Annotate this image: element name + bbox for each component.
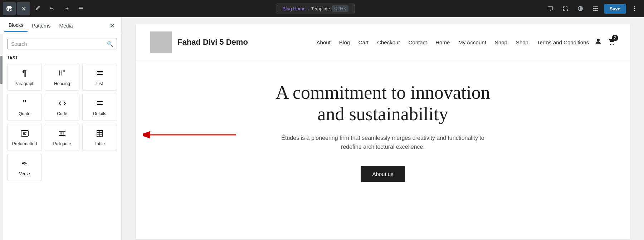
hero-about-us-button[interactable]: About us [361,166,405,182]
wp-logo-button[interactable] [3,2,16,15]
block-grid: ¶ Paragraph Heading [7,64,117,181]
svg-rect-5 [59,131,65,132]
block-item-preformatted[interactable]: Preformatted [7,124,42,151]
block-label-table: Table [94,141,105,146]
block-label-details: Details [93,111,106,116]
desktop-icon [547,5,553,12]
code-icon [57,98,67,108]
block-item-pullquote[interactable]: Pullquote [45,124,79,151]
toolbar-right: Save [544,2,641,15]
heading-icon [57,68,67,78]
block-label-pullquote: Pullquote [53,141,71,146]
block-item-list[interactable]: List [82,64,117,91]
breadcrumb[interactable]: Blog Home · Template Ctrl+K [277,3,355,14]
top-toolbar: ✕ Blog Home · Template Ctrl+K [0,0,644,17]
block-item-quote[interactable]: " Quote [7,94,42,121]
block-label-heading: Heading [54,81,70,86]
breadcrumb-page: Template [311,6,330,11]
nav-shop-2[interactable]: Shop [516,39,528,45]
main-area: Blocks Patterns Media ✕ 🔍 TEXT ¶ Paragr [0,17,644,240]
tab-patterns[interactable]: Patterns [28,20,55,31]
hero-section: A commitment to innovation and sustainab… [136,60,630,211]
block-label-verse: Verse [19,171,30,176]
pencil-icon [35,5,41,12]
hero-title: A commitment to innovation and sustainab… [275,82,490,125]
page-wrapper: Fahad Divi 5 Demo About Blog Cart Checko… [136,24,630,239]
search-icon: 🔍 [107,41,113,47]
tab-blocks[interactable]: Blocks [4,19,28,32]
quote-icon: " [20,98,30,108]
hero-description: Études is a pioneering firm that seamles… [275,133,490,152]
canvas: Fahad Divi 5 Demo About Blog Cart Checko… [122,17,644,240]
block-item-table[interactable]: Table [82,124,117,151]
settings-panel-button[interactable] [589,2,602,15]
nav-shop-1[interactable]: Shop [495,39,507,45]
block-label-quote: Quote [19,111,30,116]
contrast-icon [577,5,584,12]
sidebar-close-button[interactable]: ✕ [107,21,117,31]
hero-content: A commitment to innovation and sustainab… [275,82,490,182]
breadcrumb-link[interactable]: Blog Home [283,6,306,11]
svg-point-0 [634,6,635,8]
pullquote-icon [57,128,67,138]
fullscreen-icon [562,5,569,12]
sidebar-scrollbar[interactable] [0,34,3,240]
tab-media[interactable]: Media [55,20,77,31]
fullscreen-button[interactable] [559,2,572,15]
desktop-view-button[interactable] [544,2,557,15]
svg-point-1 [634,8,635,9]
redo-icon [63,5,70,12]
svg-point-2 [634,10,635,11]
block-item-code[interactable]: Code [45,94,79,121]
nav-contact[interactable]: Contact [409,39,427,45]
sidebar-content: 🔍 TEXT ¶ Paragraph Heading [3,34,121,240]
paragraph-icon: ¶ [20,68,30,78]
nav-cart[interactable]: Cart [358,39,369,45]
contrast-button[interactable] [574,2,587,15]
preformatted-icon [20,128,30,138]
wp-icon [6,5,13,12]
nav-terms[interactable]: Terms and Conditions [537,39,589,45]
svg-rect-6 [59,135,65,136]
redo-button[interactable] [60,2,73,15]
nav-home[interactable]: Home [435,39,450,45]
sidebar: Blocks Patterns Media ✕ 🔍 TEXT ¶ Paragr [0,17,122,240]
nav-checkout[interactable]: Checkout [377,39,400,45]
site-header: Fahad Divi 5 Demo About Blog Cart Checko… [136,24,630,60]
nav-my-account[interactable]: My Account [458,39,486,45]
undo-icon [49,5,55,12]
site-logo-area: Fahad Divi 5 Demo [150,31,248,53]
list-icon [95,68,105,78]
cart-icon[interactable]: 2 [608,38,615,47]
site-nav: About Blog Cart Checkout Contact Home My… [317,39,589,45]
list-view-button[interactable] [74,2,87,15]
scrollbar-thumb [0,56,3,84]
section-text-label: TEXT [7,55,117,59]
block-label-preformatted: Preformatted [12,141,37,146]
account-icon[interactable] [595,38,602,47]
block-item-heading[interactable]: Heading [45,64,79,91]
nav-about[interactable]: About [317,39,331,45]
undo-button[interactable] [46,2,59,15]
sidebar-scroll-area: 🔍 TEXT ¶ Paragraph Heading [0,34,121,240]
sidebar-tabs: Blocks Patterns Media ✕ [0,17,121,34]
keyboard-shortcut: Ctrl+K [332,5,348,12]
table-icon [95,128,105,138]
save-button[interactable]: Save [604,4,626,14]
list-view-icon [78,5,84,12]
arrow-annotation [143,128,236,143]
verse-icon: ✒ [20,158,30,168]
nav-icons: 2 [595,38,615,47]
red-arrow [143,128,236,142]
search-box[interactable]: 🔍 [7,39,117,49]
block-item-details[interactable]: Details [82,94,117,121]
block-label-code: Code [57,111,67,116]
block-item-paragraph[interactable]: ¶ Paragraph [7,64,42,91]
search-input[interactable] [11,41,107,47]
edit-icon-button[interactable] [31,2,44,15]
nav-blog[interactable]: Blog [339,39,350,45]
more-options-button[interactable] [628,2,641,15]
block-item-verse[interactable]: ✒ Verse [7,154,42,181]
more-icon [631,5,638,12]
close-button[interactable]: ✕ [17,2,30,15]
